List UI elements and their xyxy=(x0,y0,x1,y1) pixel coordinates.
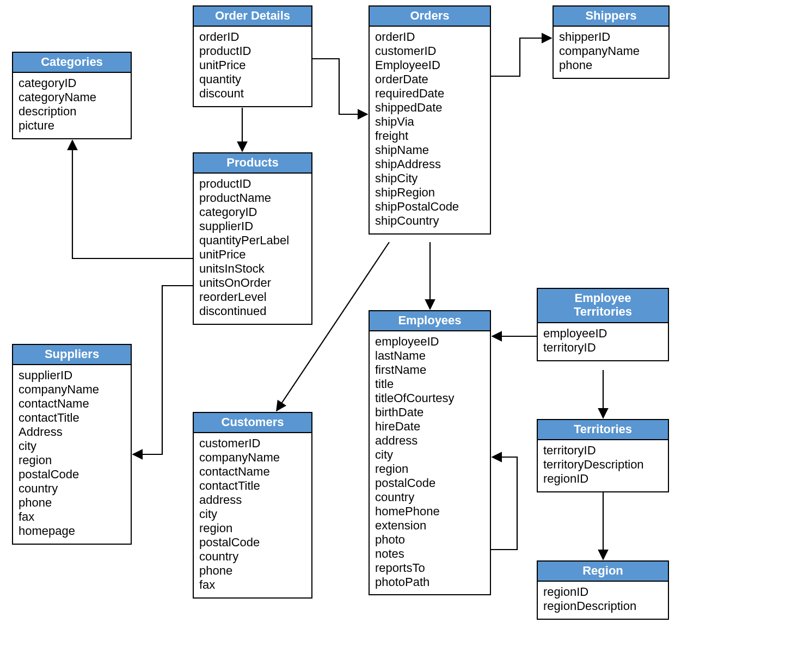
entity-field: reportsTo xyxy=(375,561,484,575)
entity-field: regionID xyxy=(543,585,662,599)
entity-shippers[interactable]: ShippersshipperIDcompanyNamephone xyxy=(553,5,670,79)
rel-orders-shippers xyxy=(491,38,551,76)
entity-field: categoryName xyxy=(19,90,125,104)
entity-customers[interactable]: CustomerscustomerIDcompanyNamecontactNam… xyxy=(193,412,312,599)
entity-field: postalCode xyxy=(375,476,484,490)
entity-header-shippers: Shippers xyxy=(554,7,668,27)
entity-territories[interactable]: TerritoriesterritoryIDterritoryDescripti… xyxy=(537,419,669,492)
entity-header-employee_territories: Employee Territories xyxy=(538,289,668,323)
entity-field: postalCode xyxy=(199,535,306,550)
entity-field: companyName xyxy=(199,451,306,465)
entity-region[interactable]: RegionregionIDregionDescription xyxy=(537,560,669,620)
entity-field: Address xyxy=(19,425,125,439)
entity-field: lastName xyxy=(375,349,484,363)
entity-header-order_details: Order Details xyxy=(194,7,311,27)
entity-field: city xyxy=(199,507,306,521)
entity-field: EmployeeID xyxy=(375,58,484,72)
entity-body-employees: employeeIDlastNamefirstNametitletitleOfC… xyxy=(370,331,490,594)
entity-header-categories: Categories xyxy=(13,53,131,73)
entity-field: hireDate xyxy=(375,420,484,434)
entity-products[interactable]: ProductsproductIDproductNamecategoryIDsu… xyxy=(193,152,312,325)
entity-field: firstName xyxy=(375,363,484,377)
entity-body-orders: orderIDcustomerIDEmployeeIDorderDaterequ… xyxy=(370,27,490,233)
entity-field: fax xyxy=(19,510,125,524)
entity-header-employees: Employees xyxy=(370,311,490,331)
entity-body-region: regionIDregionDescription xyxy=(538,582,668,619)
entity-field: regionID xyxy=(543,472,662,486)
entity-field: unitPrice xyxy=(199,248,306,262)
entity-field: region xyxy=(19,453,125,467)
entity-field: unitPrice xyxy=(199,58,306,72)
entity-header-region: Region xyxy=(538,562,668,582)
entity-field: shipAddress xyxy=(375,157,484,171)
entity-order_details[interactable]: Order DetailsorderIDproductIDunitPricequ… xyxy=(193,5,312,107)
entity-field: region xyxy=(199,521,306,535)
rel-products-categories xyxy=(72,140,193,258)
entity-body-categories: categoryIDcategoryNamedescriptionpicture xyxy=(13,73,131,138)
entity-field: birthDate xyxy=(375,405,484,420)
entity-field: title xyxy=(375,377,484,391)
entity-field: discount xyxy=(199,87,306,101)
entity-field: picture xyxy=(19,119,125,133)
entity-employees[interactable]: EmployeesemployeeIDlastNamefirstNametitl… xyxy=(369,310,491,595)
entity-field: region xyxy=(375,462,484,476)
entity-field: reorderLevel xyxy=(199,290,306,304)
er-diagram-canvas: CategoriescategoryIDcategoryNamedescript… xyxy=(0,0,804,672)
entity-body-customers: customerIDcompanyNamecontactNamecontactT… xyxy=(194,433,311,597)
rel-orderdetails-orders xyxy=(312,59,367,114)
entity-body-employee_territories: employeeIDterritoryID xyxy=(538,323,668,360)
entity-field: extension xyxy=(375,519,484,533)
entity-field: orderID xyxy=(375,30,484,44)
entity-field: freight xyxy=(375,129,484,143)
entity-categories[interactable]: CategoriescategoryIDcategoryNamedescript… xyxy=(12,52,132,139)
entity-field: country xyxy=(19,482,125,496)
entity-field: phone xyxy=(559,58,663,72)
entity-field: titleOfCourtesy xyxy=(375,391,484,405)
entity-field: territoryDescription xyxy=(543,458,662,472)
entity-field: shippedDate xyxy=(375,101,484,115)
entity-field: orderID xyxy=(199,30,306,44)
entity-field: shipCity xyxy=(375,171,484,186)
entity-header-products: Products xyxy=(194,153,311,174)
entity-field: productName xyxy=(199,191,306,205)
entity-field: customerID xyxy=(199,436,306,451)
entity-field: companyName xyxy=(559,44,663,58)
entity-field: contactTitle xyxy=(19,411,125,425)
entity-field: shipRegion xyxy=(375,186,484,200)
entity-body-shippers: shipperIDcompanyNamephone xyxy=(554,27,668,78)
entity-header-suppliers: Suppliers xyxy=(13,345,131,365)
entity-body-order_details: orderIDproductIDunitPricequantitydiscoun… xyxy=(194,27,311,106)
entity-field: shipCountry xyxy=(375,214,484,228)
entity-field: territoryID xyxy=(543,341,662,355)
entity-field: employeeID xyxy=(543,326,662,341)
entity-field: unitsOnOrder xyxy=(199,276,306,290)
entity-field: categoryID xyxy=(19,76,125,90)
rel-employees-self xyxy=(491,457,517,550)
entity-field: shipperID xyxy=(559,30,663,44)
entity-field: quantity xyxy=(199,72,306,87)
entity-field: discontinued xyxy=(199,304,306,318)
entity-field: country xyxy=(375,490,484,504)
entity-field: companyName xyxy=(19,383,125,397)
entity-field: phone xyxy=(199,564,306,578)
entity-field: photoPath xyxy=(375,575,484,589)
entity-field: city xyxy=(19,439,125,453)
entity-suppliers[interactable]: SupplierssupplierIDcompanyNamecontactNam… xyxy=(12,344,132,545)
entity-header-customers: Customers xyxy=(194,413,311,433)
entity-field: description xyxy=(19,104,125,119)
entity-field: contactTitle xyxy=(199,479,306,493)
entity-orders[interactable]: OrdersorderIDcustomerIDEmployeeIDorderDa… xyxy=(369,5,491,235)
entity-field: country xyxy=(199,550,306,564)
entity-field: homepage xyxy=(19,524,125,538)
entity-field: supplierID xyxy=(19,368,125,383)
entity-body-territories: territoryIDterritoryDescriptionregionID xyxy=(538,440,668,491)
entity-employee_territories[interactable]: Employee TerritoriesemployeeIDterritoryI… xyxy=(537,288,669,361)
entity-body-suppliers: supplierIDcompanyNamecontactNamecontactT… xyxy=(13,365,131,543)
entity-field: territoryID xyxy=(543,443,662,458)
entity-field: address xyxy=(375,434,484,448)
entity-header-orders: Orders xyxy=(370,7,490,27)
entity-field: photo xyxy=(375,533,484,547)
entity-field: productID xyxy=(199,44,306,58)
entity-field: productID xyxy=(199,177,306,191)
entity-field: postalCode xyxy=(19,467,125,482)
